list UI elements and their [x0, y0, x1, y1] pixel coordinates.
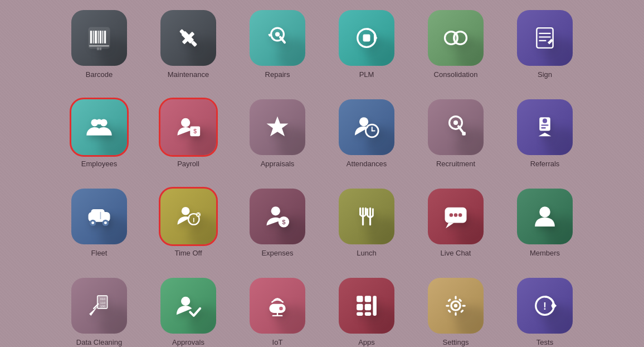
- app-icon-settings: [428, 278, 484, 334]
- svg-point-72: [454, 213, 458, 217]
- app-item-plm[interactable]: PLM: [328, 1, 406, 79]
- svg-point-32: [96, 119, 102, 124]
- svg-rect-25: [536, 28, 553, 48]
- consolidation-icon: [441, 23, 470, 52]
- app-label-referrals: Referrals: [530, 160, 560, 168]
- app-item-employees[interactable]: Employees: [60, 90, 138, 168]
- app-item-maintenance[interactable]: Maintenance: [149, 1, 227, 79]
- app-icon-tests: !: [517, 278, 573, 334]
- svg-point-52: [91, 221, 94, 224]
- app-icon-iot: [250, 278, 305, 334]
- app-item-recruitment[interactable]: Recruitment: [417, 90, 495, 168]
- app-item-lunch[interactable]: Lunch: [328, 179, 406, 257]
- svg-point-46: [543, 119, 547, 123]
- svg-rect-44: [462, 132, 466, 136]
- svg-marker-36: [267, 117, 289, 137]
- app-label-appraisals: Appraisals: [261, 160, 295, 168]
- app-icon-consolidation: [428, 10, 484, 66]
- app-item-attendances[interactable]: Attendances: [328, 90, 406, 168]
- app-item-expenses[interactable]: $ Expenses: [238, 179, 316, 257]
- svg-rect-87: [365, 304, 371, 310]
- app-item-consolidation[interactable]: Consolidation: [417, 1, 495, 79]
- app-grid: ||||||| Barcode Maintenance: [49, 0, 595, 347]
- app-item-members[interactable]: Members: [506, 179, 584, 257]
- svg-text:$: $: [282, 219, 286, 225]
- svg-rect-94: [455, 312, 456, 316]
- livechat-icon: [441, 202, 470, 231]
- svg-rect-3: [95, 31, 97, 44]
- app-icon-repairs: [250, 10, 305, 66]
- app-item-datacleaning[interactable]: 010 110 100 Data Cleaning: [60, 268, 138, 346]
- svg-point-16: [275, 32, 280, 36]
- app-label-attendances: Attendances: [347, 160, 387, 168]
- members-icon: [530, 202, 559, 231]
- employees-icon: [85, 113, 114, 142]
- app-icon-lunch: [339, 189, 394, 244]
- app-item-timeoff[interactable]: Time Off: [149, 179, 227, 257]
- referrals-icon: [530, 113, 559, 142]
- app-item-livechat[interactable]: Live Chat: [417, 179, 495, 257]
- app-item-payroll[interactable]: $ Payroll: [149, 90, 227, 168]
- svg-point-33: [181, 118, 190, 127]
- svg-rect-21: [363, 35, 370, 42]
- app-label-timeoff: Time Off: [174, 249, 202, 257]
- app-icon-datacleaning: 010 110 100: [71, 278, 127, 334]
- tests-icon: !: [530, 291, 559, 320]
- svg-text:$: $: [193, 128, 197, 134]
- app-label-sign: Sign: [538, 70, 552, 79]
- svg-rect-98: [460, 309, 464, 313]
- app-icon-referrals: [517, 99, 573, 155]
- app-icon-barcode: |||||||: [71, 10, 127, 66]
- svg-rect-5: [100, 31, 101, 44]
- app-icon-appraisals: [250, 99, 305, 155]
- app-item-barcode[interactable]: ||||||| Barcode: [60, 1, 138, 79]
- lunch-icon: [352, 202, 381, 231]
- svg-rect-80: [269, 304, 285, 313]
- svg-text:010: 010: [100, 297, 105, 301]
- app-icon-approvals: [160, 278, 216, 334]
- app-item-repairs[interactable]: Repairs: [238, 1, 316, 79]
- app-item-sign[interactable]: Sign: [506, 1, 584, 79]
- app-label-apps: Apps: [358, 338, 375, 346]
- svg-point-92: [454, 304, 458, 308]
- svg-rect-95: [446, 305, 450, 306]
- app-label-employees: Employees: [81, 160, 117, 168]
- app-item-appraisals[interactable]: Appraisals: [238, 90, 316, 168]
- app-label-settings: Settings: [443, 338, 469, 346]
- app-icon-members: [517, 189, 573, 244]
- repairs-icon: [263, 23, 292, 52]
- svg-text:100: 100: [100, 305, 105, 308]
- svg-rect-47: [541, 124, 549, 126]
- svg-rect-97: [447, 298, 451, 302]
- datacleaning-icon: 010 110 100: [85, 291, 114, 320]
- svg-rect-93: [455, 296, 456, 300]
- app-label-repairs: Repairs: [265, 70, 290, 79]
- svg-point-37: [359, 117, 368, 126]
- app-label-tests: Tests: [536, 338, 553, 346]
- svg-rect-55: [100, 212, 101, 219]
- app-item-tests[interactable]: ! Tests: [506, 268, 584, 346]
- app-icon-employees: [71, 99, 127, 155]
- app-item-fleet[interactable]: Fleet: [60, 179, 138, 257]
- app-icon-sign: [517, 10, 573, 66]
- settings-icon: [441, 291, 470, 320]
- app-label-barcode: Barcode: [86, 70, 113, 79]
- app-label-approvals: Approvals: [172, 338, 204, 346]
- app-item-referrals[interactable]: Referrals: [506, 90, 584, 168]
- expenses-icon: $: [263, 202, 292, 231]
- svg-point-54: [104, 221, 107, 224]
- svg-rect-90: [373, 296, 377, 316]
- iot-icon: [263, 291, 292, 320]
- app-item-iot[interactable]: IoT: [238, 268, 316, 346]
- svg-point-56: [182, 207, 190, 215]
- app-item-settings[interactable]: Settings: [417, 268, 495, 346]
- app-icon-livechat: [428, 189, 484, 244]
- barcode-icon: |||||||: [85, 23, 114, 52]
- svg-point-74: [539, 206, 550, 218]
- sign-icon: [530, 23, 559, 52]
- app-item-apps[interactable]: Apps: [328, 268, 406, 346]
- app-label-consolidation: Consolidation: [434, 70, 478, 79]
- app-label-fleet: Fleet: [91, 249, 108, 257]
- app-item-approvals[interactable]: Approvals: [149, 268, 227, 346]
- payroll-icon: $: [174, 113, 203, 142]
